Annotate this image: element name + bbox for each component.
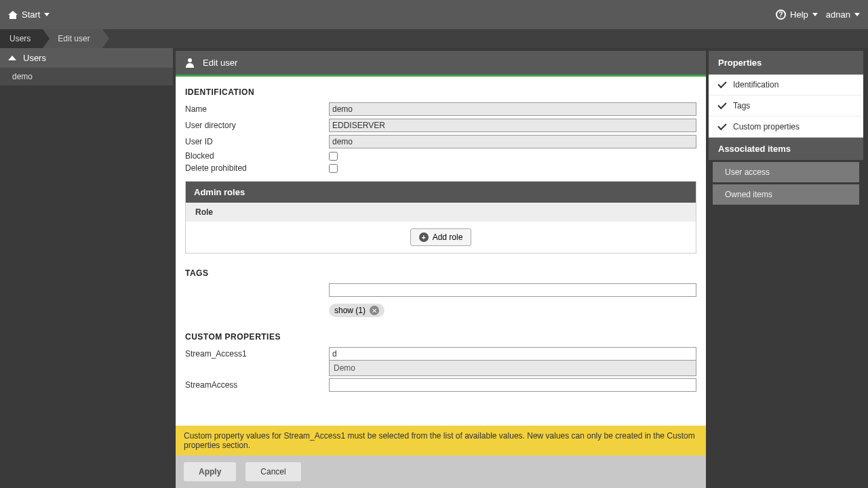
- properties-header: Properties: [709, 51, 863, 75]
- sidebar-header-users[interactable]: Users: [0, 48, 173, 68]
- properties-item-tags[interactable]: Tags: [709, 96, 863, 117]
- userid-input[interactable]: [329, 135, 696, 148]
- stream-access1-label: Stream_Access1: [185, 349, 329, 359]
- breadcrumb: Users Edit user: [0, 29, 868, 48]
- breadcrumb-users[interactable]: Users: [0, 29, 43, 48]
- help-icon: ?: [776, 9, 786, 20]
- blocked-label: Blocked: [185, 151, 329, 161]
- blocked-checkbox[interactable]: [329, 152, 338, 161]
- tag-label: show (1): [334, 306, 366, 315]
- admin-roles-section: Admin roles Role + Add role: [185, 181, 696, 253]
- warning-bar: Custom property values for Stream_Access…: [176, 426, 706, 455]
- start-menu[interactable]: Start: [8, 9, 50, 20]
- start-label: Start: [22, 9, 40, 20]
- stream-access1-input[interactable]: [329, 347, 696, 361]
- caret-down-icon: [854, 13, 860, 16]
- add-role-button[interactable]: + Add role: [410, 228, 472, 246]
- associated-item-owned-items[interactable]: Owned items: [713, 184, 859, 205]
- content: Edit user IDENTIFICATION Name User direc…: [176, 51, 706, 488]
- help-label: Help: [790, 9, 808, 20]
- caret-down-icon: [44, 13, 50, 16]
- name-input[interactable]: [329, 102, 696, 116]
- rp-item-label: Identification: [733, 80, 778, 89]
- username-label: adnan: [826, 9, 850, 20]
- delete-prohibited-label: Delete prohibited: [185, 163, 329, 173]
- breadcrumb-edit-user[interactable]: Edit user: [43, 29, 102, 48]
- right-panel: Properties Identification Tags Custom pr…: [709, 51, 863, 488]
- associated-items-header: Associated items: [709, 138, 863, 160]
- properties-item-custom-properties[interactable]: Custom properties: [709, 117, 863, 138]
- sidebar-item-demo[interactable]: demo: [0, 68, 173, 85]
- check-icon: [717, 100, 726, 109]
- help-menu[interactable]: ? Help: [776, 9, 818, 20]
- add-role-label: Add role: [433, 232, 463, 242]
- stream-access-label: StreamAccess: [185, 380, 329, 390]
- caret-down-icon: [812, 13, 818, 16]
- check-icon: [717, 79, 726, 88]
- name-label: Name: [185, 104, 329, 114]
- sidebar: Users demo: [0, 48, 173, 488]
- rp-item-label: Tags: [733, 101, 750, 110]
- tags-title: TAGS: [185, 268, 696, 278]
- associated-item-user-access[interactable]: User access: [713, 162, 859, 182]
- check-icon: [717, 121, 726, 130]
- content-header: Edit user: [176, 51, 706, 75]
- tags-input[interactable]: [329, 283, 696, 297]
- chevron-up-icon: [8, 56, 16, 60]
- cancel-button[interactable]: Cancel: [245, 462, 300, 481]
- action-bar: Apply Cancel: [176, 455, 706, 488]
- delete-prohibited-checkbox[interactable]: [329, 164, 338, 173]
- tag-chip: show (1) ✕: [329, 304, 384, 317]
- plus-circle-icon: +: [419, 232, 429, 242]
- directory-label: User directory: [185, 121, 329, 130]
- custom-properties-title: CUSTOM PROPERTIES: [185, 332, 696, 342]
- user-icon: [185, 58, 195, 68]
- role-column-header: Role: [186, 203, 696, 222]
- identification-title: IDENTIFICATION: [185, 87, 696, 97]
- topbar: Start ? Help adnan: [0, 0, 868, 29]
- tag-remove-icon[interactable]: ✕: [370, 306, 379, 315]
- sidebar-header-label: Users: [23, 53, 46, 63]
- admin-roles-title: Admin roles: [186, 182, 696, 203]
- autocomplete-suggestion[interactable]: Demo: [329, 361, 696, 376]
- page-title: Edit user: [203, 58, 237, 68]
- properties-item-identification[interactable]: Identification: [709, 75, 863, 96]
- apply-button[interactable]: Apply: [184, 462, 236, 481]
- home-icon: [8, 11, 18, 19]
- userid-label: User ID: [185, 137, 329, 146]
- rp-item-label: Custom properties: [733, 122, 800, 131]
- user-menu[interactable]: adnan: [826, 9, 860, 20]
- directory-input[interactable]: [329, 119, 696, 132]
- stream-access-input[interactable]: [329, 378, 696, 392]
